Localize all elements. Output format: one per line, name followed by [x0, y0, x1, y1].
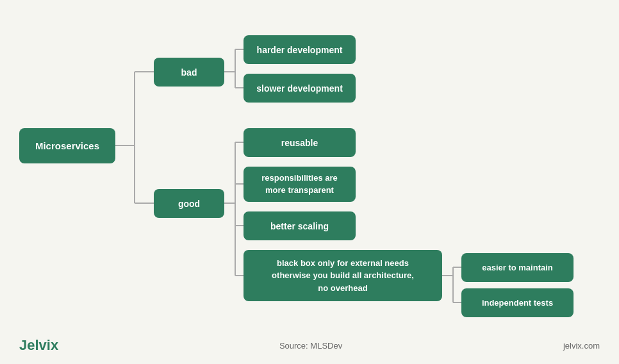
- easier-maintain-node: easier to maintain: [461, 253, 574, 282]
- source-label: Source: MLSDev: [279, 341, 342, 351]
- footer: Jelvix Source: MLSDev jelvix.com: [0, 337, 619, 354]
- brand-label: Jelvix: [19, 337, 58, 354]
- better-scaling-node: better scaling: [243, 211, 356, 240]
- microservices-node: Microservices: [19, 128, 115, 163]
- main-container: Microservices bad good harder developmen…: [0, 0, 619, 364]
- good-node: good: [154, 189, 224, 218]
- harder-dev-node: harder development: [243, 35, 356, 64]
- url-label: jelvix.com: [563, 341, 600, 351]
- reusable-node: reusable: [243, 128, 356, 157]
- slower-dev-node: slower development: [243, 74, 356, 103]
- bad-node: bad: [154, 58, 224, 87]
- responsibilities-node: responsibilities aremore transparent: [243, 167, 356, 202]
- independent-tests-node: independent tests: [461, 288, 574, 317]
- black-box-node: black box only for external needsotherwi…: [243, 250, 442, 301]
